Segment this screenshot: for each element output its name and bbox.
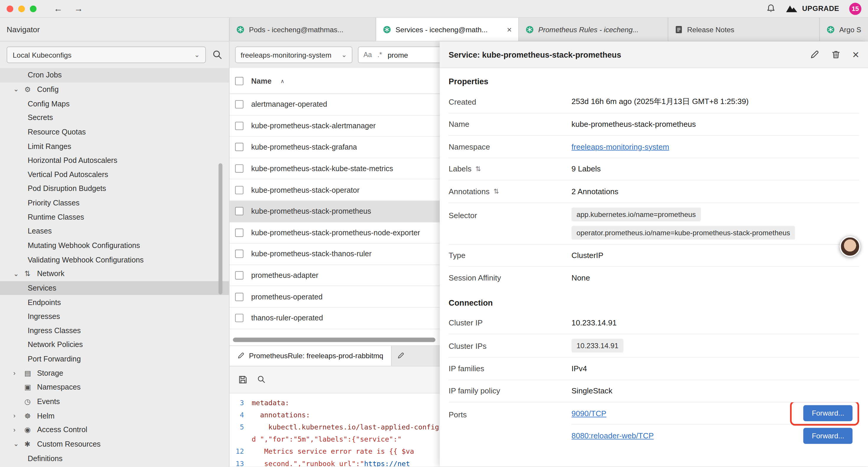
sidebar-item-icon: ▤ [24, 369, 37, 377]
ip-families-label: IP families [449, 364, 572, 373]
tab-argo[interactable]: Argo S [820, 18, 868, 41]
sidebar-item[interactable]: Ingresses [0, 310, 229, 324]
sidebar-item[interactable]: Runtime Classes [0, 210, 229, 224]
row-checkbox[interactable] [235, 314, 243, 322]
match-case-toggle[interactable]: Aa [363, 51, 372, 59]
upgrade-button[interactable]: UPGRADE [785, 4, 839, 13]
created-value: 253d 16h 6m ago (2025年1月13日 GMT+8 1:25:3… [571, 97, 859, 107]
sidebar-item[interactable]: Leases [0, 224, 229, 238]
horizontal-scrollbar[interactable] [229, 329, 440, 345]
table-row[interactable]: kube-prometheus-stack-prometheus [229, 201, 440, 222]
sidebar-item[interactable]: ◷ Events [0, 395, 229, 409]
sidebar-item-label: Runtime Classes [28, 213, 84, 221]
sidebar-item[interactable]: Config Maps [0, 96, 229, 111]
forward-button[interactable]: → [71, 4, 86, 13]
sidebar-scrollbar[interactable] [219, 163, 222, 294]
back-button[interactable]: ← [50, 4, 66, 13]
close-icon[interactable]: × [852, 49, 859, 60]
table-row[interactable]: prometheus-operated [229, 286, 440, 308]
sidebar-item[interactable]: Secrets [0, 111, 229, 125]
expand-toggle-icon[interactable]: ⇅ [493, 187, 499, 195]
sidebar-item[interactable]: ▣ Namespaces [0, 380, 229, 395]
name-column-header[interactable]: Name [251, 77, 272, 85]
row-checkbox[interactable] [235, 186, 243, 194]
minimize-window-button[interactable] [18, 5, 25, 12]
namespace-link[interactable]: freeleaps-monitoring-system [571, 142, 669, 151]
close-tab-icon[interactable]: × [507, 25, 512, 34]
sidebar-item[interactable]: Mutating Webhook Configurations [0, 238, 229, 253]
chevron-icon: › [13, 412, 24, 420]
sidebar-item[interactable]: Port Forwarding [0, 352, 229, 366]
tab-prometheus-rules[interactable]: Prometheus Rules - icecheng... [519, 18, 668, 41]
notification-count-badge[interactable]: 15 [849, 2, 861, 14]
tab-services[interactable]: Services - icecheng@math... × [376, 18, 519, 41]
table-row[interactable]: alertmanager-operated [229, 94, 440, 115]
sidebar-item[interactable]: Network Policies [0, 338, 229, 352]
table-row[interactable]: kube-prometheus-stack-grafana [229, 137, 440, 158]
row-checkbox[interactable] [235, 122, 243, 130]
expand-toggle-icon[interactable]: ⇅ [475, 165, 481, 173]
tab-release-notes[interactable]: Release Notes [668, 18, 820, 41]
sidebar-item[interactable]: Cron Jobs [0, 68, 229, 82]
zoom-window-button[interactable] [30, 5, 36, 12]
search-input[interactable]: Aa .* prome [358, 47, 440, 63]
tab-bar: Navigator Pods - icecheng@mathmas... Ser… [0, 18, 868, 42]
table-row[interactable]: kube-prometheus-stack-thanos-ruler [229, 243, 440, 265]
sidebar-item[interactable]: Vertical Pod Autoscalers [0, 167, 229, 181]
table-row[interactable]: thanos-ruler-operated [229, 308, 440, 329]
table-row[interactable]: kube-prometheus-stack-alertmanager [229, 116, 440, 137]
sidebar-item[interactable]: ⌄ ⇅ Network [0, 267, 229, 281]
yaml-editor[interactable]: 3metadata:4 annotations:5 kubectl.kubern… [229, 393, 440, 466]
sidebar-item[interactable]: Validating Webhook Configurations [0, 253, 229, 267]
port-forward-button[interactable]: Forward... [804, 428, 852, 444]
sidebar-item[interactable]: › ◉ Access Control [0, 423, 229, 437]
search-icon[interactable] [212, 50, 222, 60]
port-link[interactable]: 8080:reloader-web/TCP [571, 431, 653, 440]
regex-toggle[interactable]: .* [378, 51, 382, 59]
port-forward-button[interactable]: Forward... [804, 405, 852, 421]
ports-label: Ports [449, 402, 572, 419]
table-row[interactable]: prometheus-adapter [229, 265, 440, 286]
sidebar-item[interactable]: Endpoints [0, 295, 229, 310]
sidebar-item[interactable]: Services [0, 281, 229, 295]
table-row[interactable]: kube-prometheus-stack-kube-state-metrics [229, 158, 440, 179]
row-checkbox[interactable] [235, 250, 243, 258]
floating-avatar[interactable] [840, 236, 860, 257]
row-checkbox[interactable] [235, 164, 243, 173]
row-checkbox[interactable] [235, 207, 243, 215]
sidebar-item[interactable]: Horizontal Pod Autoscalers [0, 153, 229, 167]
sidebar-item[interactable]: ⌄ ✱ Custom Resources [0, 437, 229, 451]
row-checkbox[interactable] [235, 143, 243, 151]
search-icon[interactable] [257, 375, 266, 384]
save-icon[interactable] [239, 375, 247, 384]
sidebar-item[interactable]: › ☸ Helm [0, 409, 229, 423]
dock-tab-prometheusrule[interactable]: PrometheusRule: freeleaps-prod-rabbitmq [229, 346, 392, 365]
sidebar-item[interactable]: Priority Classes [0, 196, 229, 210]
sidebar-item[interactable]: › ▤ Storage [0, 366, 229, 380]
row-checkbox[interactable] [235, 293, 243, 301]
sidebar-item[interactable]: ⌄ ⚙ Config [0, 82, 229, 96]
type-label: Type [449, 251, 572, 260]
table-row[interactable]: kube-prometheus-stack-operator [229, 179, 440, 201]
trash-icon[interactable] [831, 50, 840, 59]
close-window-button[interactable] [6, 5, 13, 12]
row-checkbox[interactable] [235, 271, 243, 280]
sidebar-item[interactable]: Ingress Classes [0, 324, 229, 338]
notifications-bell-icon[interactable] [766, 4, 776, 13]
scrollbar-thumb[interactable] [233, 337, 435, 342]
select-all-checkbox[interactable] [235, 77, 243, 85]
row-checkbox[interactable] [235, 229, 243, 237]
edit-icon[interactable] [810, 50, 819, 59]
sidebar-item[interactable]: Resource Quotas [0, 125, 229, 139]
port-link[interactable]: 9090/TCP [571, 409, 606, 418]
dock-tab-partial[interactable] [392, 346, 440, 365]
tab-pods[interactable]: Pods - icecheng@mathmas... [229, 18, 376, 41]
row-checkbox[interactable] [235, 100, 243, 109]
sidebar-item[interactable]: Definitions [0, 451, 229, 466]
cluster-ips-row: Cluster IPs 10.233.14.91 [449, 334, 859, 358]
kubeconfig-selector[interactable]: Local Kubeconfigs ⌄ [6, 47, 206, 63]
sidebar-item[interactable]: Limit Ranges [0, 139, 229, 153]
table-row[interactable]: kube-prometheus-stack-prometheus-node-ex… [229, 222, 440, 243]
sidebar-item[interactable]: Pod Disruption Budgets [0, 181, 229, 196]
namespace-filter-dropdown[interactable]: freeleaps-monitoring-system ⌄ [235, 47, 352, 63]
